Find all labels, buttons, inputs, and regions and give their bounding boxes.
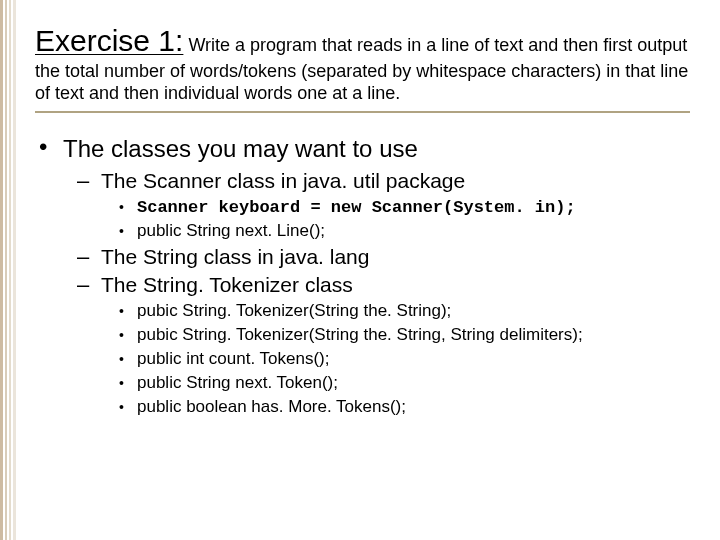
bullet-text: The classes you may want to use [63,135,418,162]
slide: Exercise 1: Write a program that reads i… [0,0,720,540]
list-item: The String class in java. lang [75,245,690,269]
list-item: pubic String. Tokenizer(String the. Stri… [117,301,690,321]
slide-title-strong: Exercise 1: [35,24,183,57]
list-item: public String next. Line(); [117,221,690,241]
left-decorative-stripes [0,0,16,540]
list-item: The String. Tokenizer class pubic String… [75,273,690,417]
code-text: Scanner keyboard = new Scanner(System. i… [137,198,576,217]
bullet-text: pubic String. Tokenizer(String the. Stri… [137,325,583,344]
list-item: pubic String. Tokenizer(String the. Stri… [117,325,690,345]
bullet-text: The Scanner class in java. util package [101,169,465,192]
bullet-list-level3: Scanner keyboard = new Scanner(System. i… [117,197,690,241]
bullet-text: public String next. Line(); [137,221,325,240]
bullet-text: The String class in java. lang [101,245,369,268]
bullet-text: pubic String. Tokenizer(String the. Stri… [137,301,451,320]
bullet-text: public int count. Tokens(); [137,349,329,368]
list-item: public int count. Tokens(); [117,349,690,369]
content-area: Exercise 1: Write a program that reads i… [35,22,690,421]
slide-title-block: Exercise 1: Write a program that reads i… [35,22,690,105]
title-underline-rule [35,111,690,113]
bullet-list-level2: The Scanner class in java. util package … [75,169,690,417]
list-item: public String next. Token(); [117,373,690,393]
bullet-text: public String next. Token(); [137,373,338,392]
bullet-list-level1: The classes you may want to use The Scan… [35,135,690,417]
list-item: The classes you may want to use The Scan… [35,135,690,417]
list-item: public boolean has. More. Tokens(); [117,397,690,417]
list-item: The Scanner class in java. util package … [75,169,690,241]
list-item: Scanner keyboard = new Scanner(System. i… [117,197,690,217]
bullet-text: The String. Tokenizer class [101,273,353,296]
bullet-text: public boolean has. More. Tokens(); [137,397,406,416]
bullet-list-level3: pubic String. Tokenizer(String the. Stri… [117,301,690,417]
